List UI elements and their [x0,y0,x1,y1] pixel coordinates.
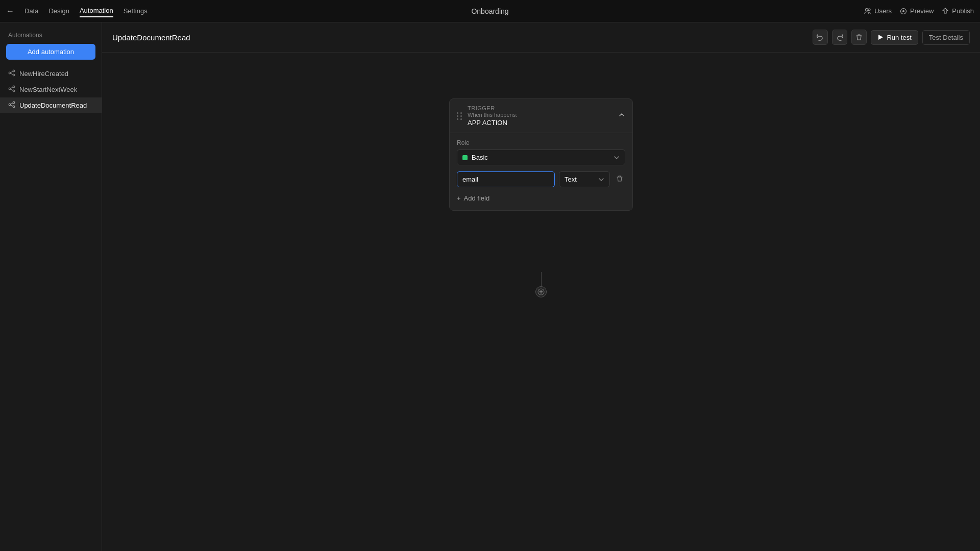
svg-line-12 [11,87,13,88]
svg-point-10 [9,88,11,90]
nav-item-automation[interactable]: Automation [80,5,113,17]
drag-dot [457,112,458,114]
play-icon [877,34,884,40]
sidebar-header: Automations [0,29,102,44]
add-step-button[interactable] [535,286,547,297]
page-title: UpdateDocumentRead [112,33,190,42]
svg-line-8 [11,73,13,74]
field-name-input[interactable] [457,171,555,187]
field-type-select[interactable]: Text [559,171,610,187]
trash-field-icon [616,175,623,182]
back-button[interactable]: ← [6,7,14,16]
undo-button[interactable] [813,30,828,45]
svg-point-3 [902,10,904,12]
app-title: Onboarding [471,7,508,15]
nav-left: ← Data Design Automation Settings [6,5,864,17]
drag-dot [460,115,462,117]
svg-point-5 [9,72,11,74]
field-type-name: Text [565,176,577,183]
content-header: UpdateDocumentRead Run test Test Details [102,22,980,53]
svg-line-7 [11,71,13,72]
svg-point-0 [866,8,868,11]
sidebar-item-label-1: NewHireCreated [19,70,68,78]
users-label: Users [874,7,892,15]
drag-dot [460,118,462,120]
svg-point-6 [13,74,15,76]
chevron-down-icon [614,155,620,161]
sidebar-item-label-2: NewStartNextWeek [19,86,77,93]
trigger-value: APP ACTION [468,119,517,127]
preview-button[interactable]: Preview [900,7,934,15]
delete-field-button[interactable] [614,173,625,186]
canvas: Trigger When this happens: APP ACTION Ro… [102,53,980,551]
trigger-card: Trigger When this happens: APP ACTION Ro… [449,98,633,211]
svg-line-17 [11,103,13,104]
role-label: Role [457,139,625,146]
publish-button[interactable]: Publish [942,7,974,15]
nav-right: Users Preview Publish [864,7,974,15]
nav-item-data[interactable]: Data [24,5,38,17]
top-nav: ← Data Design Automation Settings Onboar… [0,0,980,22]
users-icon [864,8,871,15]
connector-line [535,272,547,297]
chevron-up-icon [618,111,625,118]
sidebar-item-new-start-next-week[interactable]: NewStartNextWeek [0,82,102,97]
role-select-left: Basic [462,154,488,161]
share-icon-2 [8,85,15,94]
svg-point-14 [13,102,15,104]
role-select[interactable]: Basic [457,149,625,165]
share-icon-3 [8,101,15,110]
svg-line-13 [11,89,13,90]
users-button[interactable]: Users [864,7,892,15]
main-layout: Automations Add automation NewHireCreate… [0,22,980,551]
add-automation-button[interactable]: Add automation [6,44,95,60]
run-test-label: Run test [887,34,911,41]
publish-icon [942,8,949,15]
nav-item-design[interactable]: Design [48,5,69,17]
trash-icon [855,34,863,41]
field-type-chevron-icon [598,177,604,183]
svg-point-4 [13,70,15,72]
svg-marker-19 [878,35,883,40]
drag-handle[interactable] [457,112,462,120]
delete-button[interactable] [851,30,867,45]
trigger-body: Role Basic Text [450,133,632,210]
svg-point-11 [13,90,15,92]
trigger-info: Trigger When this happens: APP ACTION [468,105,517,127]
role-dot [462,155,468,160]
publish-label: Publish [952,7,974,15]
svg-point-16 [13,106,15,108]
run-test-button[interactable]: Run test [871,30,918,45]
add-field-button[interactable]: + Add field [457,192,625,204]
role-name: Basic [472,154,488,161]
content-area: UpdateDocumentRead Run test Test Details [102,22,980,551]
sidebar: Automations Add automation NewHireCreate… [0,22,102,551]
test-details-button[interactable]: Test Details [922,30,970,45]
sidebar-item-update-document-read[interactable]: UpdateDocumentRead [0,97,102,113]
preview-icon [900,8,907,15]
trigger-header-left: Trigger When this happens: APP ACTION [457,105,517,127]
sidebar-item-label-3: UpdateDocumentRead [19,102,87,109]
add-field-label: Add field [464,194,490,202]
preview-label: Preview [910,7,934,15]
connector-line-segment [541,272,542,286]
nav-item-settings[interactable]: Settings [124,5,148,17]
undo-icon [817,34,824,41]
share-icon-1 [8,69,15,78]
svg-point-1 [868,9,870,11]
trigger-label: Trigger [468,105,517,111]
svg-line-18 [11,105,13,106]
redo-button[interactable] [832,30,847,45]
sidebar-item-new-hire-created[interactable]: NewHireCreated [0,66,102,82]
add-step-icon [537,288,545,295]
trigger-collapse-button[interactable] [618,111,625,120]
header-actions: Run test Test Details [813,30,970,45]
add-field-plus: + [457,194,461,202]
redo-icon [836,34,843,41]
drag-dot [457,115,458,117]
svg-point-15 [9,104,11,106]
drag-dot [460,112,462,114]
drag-dot [457,118,458,120]
field-row: Text [457,171,625,187]
trigger-header: Trigger When this happens: APP ACTION [450,99,632,133]
